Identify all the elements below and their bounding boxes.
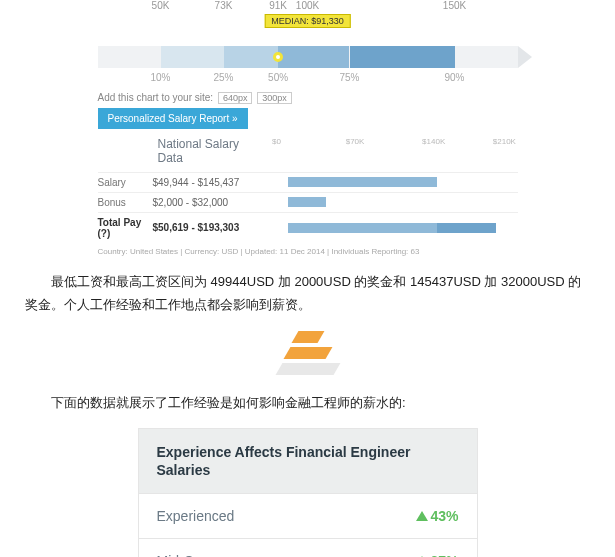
row-range: $50,619 - $193,303: [153, 222, 248, 233]
experience-card: Experience Affects Financial Engineer Sa…: [138, 428, 478, 557]
card-row-value: 43%: [416, 508, 458, 524]
mini-tick: $70K: [346, 137, 365, 146]
embed-text: Add this chart to your site:: [98, 92, 214, 103]
embed-opt-640[interactable]: 640px: [218, 92, 253, 104]
value-tick: 91K: [269, 0, 287, 11]
value-ticks: MEDIAN: $91,330 50K73K91K100K150K: [98, 0, 518, 14]
salary-distribution-chart: MEDIAN: $91,330 50K73K91K100K150K 10%25%…: [98, 0, 518, 256]
pyramid-logo-icon: [281, 331, 335, 377]
value-tick: 100K: [296, 0, 319, 11]
row-label: Total Pay (?): [98, 217, 153, 239]
value-tick: 50K: [152, 0, 170, 11]
segment: [350, 46, 455, 68]
salary-row: Bonus$2,000 - $32,000: [98, 192, 518, 212]
median-dot-icon: [273, 52, 283, 62]
value-tick: 73K: [215, 0, 233, 11]
pct-tick: 50%: [268, 72, 288, 83]
chart-footer: Country: United States | Currency: USD |…: [98, 247, 518, 256]
embed-hint: Add this chart to your site: 640px 300px: [98, 92, 518, 104]
embed-opt-300[interactable]: 300px: [257, 92, 292, 104]
bar: [288, 177, 437, 187]
row-range: $49,944 - $145,437: [153, 177, 248, 188]
pct-tick: 75%: [339, 72, 359, 83]
pct-tick: 25%: [213, 72, 233, 83]
bar: [288, 223, 437, 233]
row-bars: [248, 223, 518, 233]
card-row-label: Mid-Career: [157, 553, 227, 557]
row-range: $2,000 - $32,000: [153, 197, 248, 208]
median-badge: MEDIAN: $91,330: [264, 14, 351, 28]
mini-tick: $210K: [493, 137, 516, 146]
bar: [288, 197, 326, 207]
triangle-up-icon: [416, 511, 428, 521]
card-row: Experienced43%: [139, 493, 477, 538]
mini-tick: $140K: [422, 137, 445, 146]
segment: [161, 46, 224, 68]
chart-title: National Salary Data: [158, 137, 248, 166]
mini-tick: $0: [272, 137, 281, 146]
bar: [437, 223, 496, 233]
salary-row: Salary$49,944 - $145,437: [98, 172, 518, 192]
row-label: Bonus: [98, 197, 153, 208]
row-bars: [248, 197, 518, 207]
percentile-ticks: 10%25%50%75%90%: [98, 72, 518, 86]
pct-tick: 90%: [444, 72, 464, 83]
percentile-bar: [98, 46, 518, 68]
card-row: Mid-Career27%: [139, 538, 477, 557]
row-label: Salary: [98, 177, 153, 188]
segment: [224, 46, 279, 68]
value-tick: 150K: [443, 0, 466, 11]
body-paragraph-1: 最低工资和最高工资区间为 49944USD 加 2000USD 的奖金和 145…: [25, 270, 590, 317]
mini-axis: $0$70K$140K$210K: [256, 137, 518, 149]
card-row-value: 27%: [416, 553, 458, 557]
salary-report-button[interactable]: Personalized Salary Report »: [98, 108, 248, 129]
segment: [278, 46, 349, 68]
salary-row: Total Pay (?)$50,619 - $193,303: [98, 212, 518, 243]
card-title: Experience Affects Financial Engineer Sa…: [139, 429, 477, 493]
body-paragraph-2: 下面的数据就展示了工作经验是如何影响金融工程师的薪水的:: [25, 391, 590, 414]
arrow-right-icon: [518, 46, 532, 68]
row-bars: [248, 177, 518, 187]
card-row-label: Experienced: [157, 508, 235, 524]
pct-tick: 10%: [150, 72, 170, 83]
